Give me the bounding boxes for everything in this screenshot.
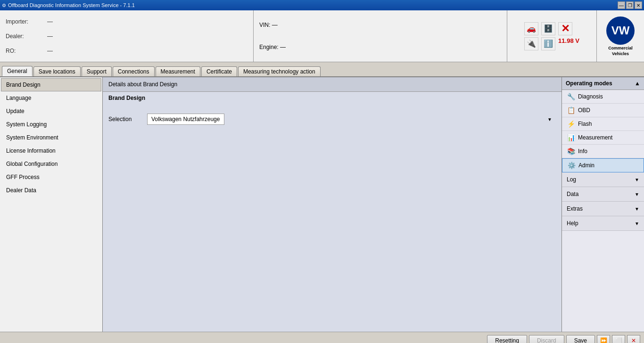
discard-button[interactable]: Discard [529,335,564,343]
flash-label: Flash [578,121,592,127]
operating-modes-label: Operating modes [566,80,612,87]
right-section-data[interactable]: Data▼ [562,187,644,202]
importer-row: Importer: — [6,18,248,25]
brand-design-select[interactable]: Volkswagen NutzfahrzeugeVolkswagenAudiSE… [147,114,224,125]
cancel-icon-button[interactable]: ✕ [627,335,640,343]
disconnect-icon-button[interactable]: ✕ [558,22,572,35]
tab-save-locations[interactable]: Save locations [33,66,81,76]
data-section-label: Data [567,191,578,197]
vin-value: — [272,22,278,28]
right-section-log[interactable]: Log▼ [562,172,644,187]
selection-row: Selection Volkswagen NutzfahrzeugeVolksw… [108,114,556,125]
dropdown-arrow-icon: ▼ [547,117,552,122]
ro-row: RO: — [6,48,248,54]
engine-value: — [280,44,286,50]
right-section-help[interactable]: Help▼ [562,216,644,231]
usb-icon-button[interactable]: 🔌 [524,37,538,50]
sidebar-item-system-logging[interactable]: System Logging [1,118,101,131]
importer-label: Importer: [6,18,43,25]
vin-row: VIN: — [259,22,501,28]
sidebar: Brand DesignLanguageUpdateSystem Logging… [0,77,103,332]
right-menu-diagnosis[interactable]: 🔧Diagnosis [562,90,644,104]
header-left-info: Importer: — Dealer: — RO: — [0,10,254,62]
extras-expand-arrow: ▼ [635,206,639,212]
content-header: Details about Brand Design [103,77,561,92]
extras-section-label: Extras [567,205,583,212]
tab-certificate[interactable]: Certificate [201,66,237,76]
right-sections: Log▼Data▼Extras▼Help▼ [562,172,644,231]
tab-general[interactable]: General [2,66,33,76]
info-icon: 📚 [567,147,575,155]
log-expand-arrow: ▼ [635,177,639,182]
content-body: Selection Volkswagen NutzfahrzeugeVolksw… [103,104,561,332]
icon-row-bottom: 🔌 ℹ️ 11.98 V [524,37,579,50]
info-icon-button[interactable]: ℹ️ [541,37,555,50]
engine-label: Engine: [259,44,279,50]
minimize-button[interactable]: — [618,1,625,9]
flash-icon: ⚡ [567,120,575,128]
header-vin-info: VIN: — Engine: — [254,10,507,62]
vw-subtitle2: Vehicles [612,51,629,56]
admin-label: Admin [578,162,594,169]
right-menu-flash[interactable]: ⚡Flash [562,117,644,131]
titlebar-left: ⚙ Offboard Diagnostic Information System… [2,2,135,8]
dealer-label: Dealer: [6,33,43,40]
header-icons: 🚗 🗄️ ✕ 🔌 ℹ️ 11.98 V [507,10,597,62]
ro-value: — [47,48,53,54]
right-menu-admin[interactable]: ⚙️Admin [562,158,644,172]
right-panel: Operating modes ▲ 🔧Diagnosis📋OBD⚡Flash📊M… [561,77,644,332]
sidebar-item-brand-design[interactable]: Brand Design [1,78,101,91]
app-title: Offboard Diagnostic Information System S… [8,2,135,8]
sidebar-item-license-information[interactable]: License Information [1,144,101,157]
right-menu-obd[interactable]: 📋OBD [562,104,644,117]
data-expand-arrow: ▼ [635,192,639,197]
main-layout: Brand DesignLanguageUpdateSystem Logging… [0,77,644,332]
red-x-icon: ✕ [561,23,570,35]
titlebar: ⚙ Offboard Diagnostic Information System… [0,0,644,10]
dealer-value: — [47,33,53,40]
sidebar-item-dealer-data[interactable]: Dealer Data [1,184,101,197]
sidebar-item-update[interactable]: Update [1,105,101,118]
info-label: Info [578,148,587,155]
titlebar-controls: — ❐ ✕ [618,1,642,9]
vw-logo-text: VW [611,24,630,37]
importer-value: — [47,18,53,25]
measurement-label: Measurement [578,134,612,141]
tab-measuring-technology-action[interactable]: Measuring technology action [238,66,321,76]
dealer-row: Dealer: — [6,33,248,40]
operating-modes-header: Operating modes ▲ [562,77,644,90]
sidebar-item-global-configuration[interactable]: Global Configuration [1,157,101,171]
car-icon-button[interactable]: 🚗 [524,22,538,35]
database-icon-button[interactable]: 🗄️ [541,22,555,35]
collapse-icon[interactable]: ▲ [635,80,640,87]
frame-icon-button[interactable]: ⬜ [612,335,625,343]
tab-connections[interactable]: Connections [113,66,155,76]
content-title: Brand Design [103,92,561,104]
engine-row: Engine: — [259,44,501,50]
voltage-display: 11.98 V [558,37,579,50]
help-section-label: Help [567,220,578,227]
sidebar-item-gff-process[interactable]: GFF Process [1,171,101,184]
obd-label: OBD [578,107,590,114]
selection-dropdown-wrapper: Volkswagen NutzfahrzeugeVolkswagenAudiSE… [147,114,556,125]
resetting-button[interactable]: Resetting [487,335,527,343]
tabbar: GeneralSave locationsSupportConnectionsM… [0,62,644,77]
log-section-label: Log [567,176,576,183]
close-button[interactable]: ✕ [635,1,642,9]
maximize-button[interactable]: ❐ [626,1,634,9]
right-section-extras[interactable]: Extras▼ [562,202,644,216]
admin-icon: ⚙️ [567,162,576,169]
save-button[interactable]: Save [566,335,595,343]
tab-support[interactable]: Support [82,66,112,76]
sidebar-item-language[interactable]: Language [1,91,101,105]
tab-measurement[interactable]: Measurement [156,66,200,76]
vw-logo-circle: VW [606,16,635,45]
sidebar-item-system-environment[interactable]: System Environment [1,131,101,144]
icon-row-top: 🚗 🗄️ ✕ [524,22,579,35]
vw-subtitle1: Commercial [608,46,633,50]
right-menu-info[interactable]: 📚Info [562,145,644,158]
right-menu-measurement[interactable]: 📊Measurement [562,131,644,145]
forward-icon-button[interactable]: ⏩ [597,335,610,343]
content-area: Details about Brand Design Brand Design … [103,77,561,332]
header-logo: VW Commercial Vehicles [597,10,644,62]
